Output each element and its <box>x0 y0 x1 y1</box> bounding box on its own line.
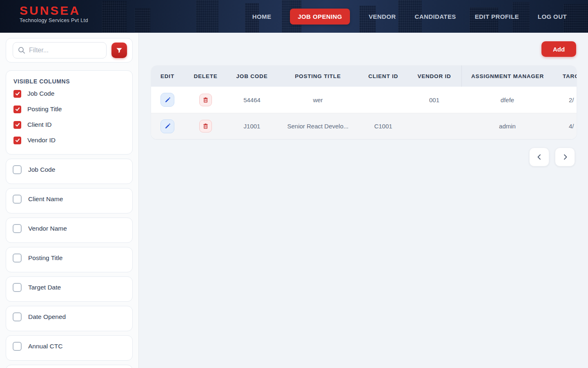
checkbox[interactable] <box>13 195 22 204</box>
checkbox[interactable] <box>13 254 22 263</box>
visible-column-vendor-id[interactable]: Vendor ID <box>13 132 125 148</box>
column-header-edit: EDIT <box>151 65 184 87</box>
vendor-id-cell <box>407 113 461 139</box>
checkbox[interactable] <box>13 137 21 144</box>
delete-cell <box>184 87 227 113</box>
posting-title-cell: wer <box>276 87 359 113</box>
column-option-partial[interactable] <box>6 365 133 368</box>
filter-input[interactable] <box>29 47 101 54</box>
checkbox-label: Target Date <box>28 284 61 291</box>
client-id-cell <box>359 87 407 113</box>
filter-input-wrap <box>13 42 107 58</box>
magnifier-icon <box>18 47 25 54</box>
nav-item-job-opening[interactable]: JOB OPENING <box>290 9 350 25</box>
visible-column-posting-title[interactable]: Posting Title <box>13 101 125 117</box>
client-id-cell: C1001 <box>359 113 407 139</box>
checkbox-label: Date Opened <box>28 313 66 321</box>
checkbox-label: Posting Title <box>28 254 62 262</box>
column-option-client-name[interactable]: Client Name <box>6 188 133 213</box>
checkbox-label: Job Code <box>28 166 55 173</box>
logo-subtitle: Technology Services Pvt Ltd <box>20 18 88 23</box>
checkmark-icon <box>15 91 20 96</box>
add-button[interactable]: Add <box>541 41 576 57</box>
checkbox-label: Vendor Name <box>28 225 67 232</box>
chevron-right-icon <box>562 154 568 160</box>
trash-icon <box>203 97 209 103</box>
checkbox-label: Job Code <box>27 90 54 97</box>
target-date-cell: 4/ <box>553 113 577 139</box>
edit-button[interactable] <box>160 93 174 107</box>
column-header-assignment-manager: ASSIGNMENT MANAGER <box>461 65 553 87</box>
checkbox-label: Posting Title <box>27 105 62 113</box>
checkbox[interactable] <box>13 283 22 292</box>
column-header-vendor-id: VENDOR ID <box>407 65 461 87</box>
edit-button[interactable] <box>160 119 174 133</box>
visible-column-job-code[interactable]: Job Code <box>13 86 125 101</box>
column-option-posting-title[interactable]: Posting Title <box>6 247 133 272</box>
visible-columns-title: VISIBLE COLUMNS <box>13 78 125 85</box>
filter-card <box>6 38 133 63</box>
skyline-decor <box>135 8 150 33</box>
pencil-icon <box>165 123 171 129</box>
edit-cell <box>151 113 184 139</box>
previous-page-button[interactable] <box>529 148 549 166</box>
vendor-id-cell: 001 <box>407 87 461 113</box>
checkbox[interactable] <box>13 165 22 174</box>
job-code-cell: J1001 <box>227 113 276 139</box>
nav-item-edit-profile[interactable]: EDIT PROFILE <box>475 13 519 20</box>
checkmark-icon <box>15 122 20 127</box>
column-header-job-code: JOB CODE <box>227 65 276 87</box>
assignment-manager-cell: dfefe <box>461 87 553 113</box>
apply-filter-button[interactable] <box>111 43 127 58</box>
edit-cell <box>151 87 184 113</box>
checkbox[interactable] <box>13 342 22 351</box>
checkbox[interactable] <box>13 121 21 129</box>
nav-item-log-out[interactable]: LOG OUT <box>538 13 567 20</box>
pencil-icon <box>165 97 171 103</box>
skyline-decor <box>102 1 127 33</box>
column-option-annual-ctc[interactable]: Annual CTC <box>6 335 133 361</box>
main-nav: HOME JOB OPENING VENDOR CANDIDATES EDIT … <box>252 0 567 33</box>
skyline-decor <box>564 4 588 33</box>
chevron-left-icon <box>536 154 543 160</box>
job-code-cell: 54464 <box>227 87 276 113</box>
checkbox-label: Vendor ID <box>27 137 56 144</box>
skyline-decor <box>196 0 218 33</box>
visible-column-client-id[interactable]: Client ID <box>13 117 125 132</box>
checkbox[interactable] <box>13 312 22 321</box>
column-header-client-id: CLIENT ID <box>359 65 407 87</box>
checkbox[interactable] <box>13 224 22 233</box>
checkbox-label: Client Name <box>28 195 63 203</box>
checkmark-icon <box>15 138 20 143</box>
logo-title: SUNSEA <box>20 4 88 17</box>
table-header-row: EDIT DELETE JOB CODE POSTING TITLE CLIEN… <box>151 65 577 87</box>
nav-item-vendor[interactable]: VENDOR <box>369 13 396 20</box>
checkbox[interactable] <box>13 105 21 113</box>
nav-item-candidates[interactable]: CANDIDATES <box>414 13 456 20</box>
column-option-job-code[interactable]: Job Code <box>6 159 133 184</box>
table-row: J1001 Senior React Develo... C1001 admin… <box>151 113 577 139</box>
visible-columns-card: VISIBLE COLUMNS Job Code Posting Title <box>6 70 133 155</box>
assignment-manager-cell: admin <box>461 113 553 139</box>
top-navigation-bar: SUNSEA Technology Services Pvt Ltd HOME … <box>0 0 588 33</box>
column-option-target-date[interactable]: Target Date <box>6 276 133 302</box>
company-logo[interactable]: SUNSEA Technology Services Pvt Ltd <box>20 4 88 23</box>
trash-icon <box>203 123 209 129</box>
posting-title-cell: Senior React Develo... <box>276 113 359 139</box>
target-date-cell: 2/ <box>553 87 577 113</box>
checkbox[interactable] <box>13 90 21 98</box>
job-openings-table: EDIT DELETE JOB CODE POSTING TITLE CLIEN… <box>151 65 577 139</box>
checkmark-icon <box>15 107 20 112</box>
delete-button[interactable] <box>199 94 212 106</box>
nav-item-home[interactable]: HOME <box>252 13 272 20</box>
column-header-target-date: TARG <box>553 65 577 87</box>
checkbox-label: Client ID <box>27 121 51 128</box>
column-header-posting-title: POSTING TITLE <box>276 65 359 87</box>
column-option-date-opened[interactable]: Date Opened <box>6 306 133 331</box>
table-row: 54464 wer 001 dfefe 2/ <box>151 87 577 113</box>
next-page-button[interactable] <box>555 148 575 166</box>
filters-sidebar: VISIBLE COLUMNS Job Code Posting Title <box>0 33 139 368</box>
column-header-delete: DELETE <box>184 65 227 87</box>
delete-button[interactable] <box>199 120 212 132</box>
column-option-vendor-name[interactable]: Vendor Name <box>6 218 133 243</box>
